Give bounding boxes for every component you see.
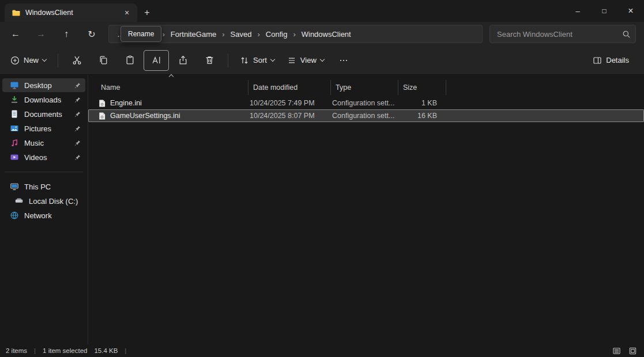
up-button[interactable]: ↑ [54,24,78,44]
chevron-right-icon[interactable] [292,30,296,39]
address-bar[interactable]: … Local FortniteGame Saved Config Window… [108,25,483,43]
sidebar-item-this-pc[interactable]: This PC [2,180,85,193]
sidebar-item-downloads[interactable]: Downloads [2,93,85,107]
refresh-button[interactable]: ↻ [80,24,104,44]
copy-button[interactable] [91,50,116,71]
ellipsis-icon [339,56,348,65]
rename-icon [152,55,161,65]
breadcrumb-config[interactable]: Config [261,28,292,40]
status-divider [34,347,36,354]
breadcrumb-windowsclient[interactable]: WindowsClient [297,28,356,40]
status-divider [125,347,126,354]
desktop-icon [10,81,19,90]
sidebar-item-label: Music [24,139,44,147]
sidebar-item-videos[interactable]: Videos [2,150,85,164]
forward-button[interactable]: → [29,24,53,44]
view-button-label: View [300,56,317,64]
rename-button[interactable] [144,50,169,71]
details-pane-label: Details [606,56,629,64]
sidebar-item-label: Documents [24,110,62,119]
content-area: Desktop Downloads Documents Pictures Mus [0,75,644,344]
sidebar-item-network[interactable]: Network [2,208,85,222]
sort-icon [240,56,249,65]
back-button[interactable]: ← [3,24,28,44]
paste-button[interactable] [117,50,142,71]
details-pane-icon [593,56,602,65]
status-bar: 2 items 1 item selected 15.4 KB [0,344,644,357]
sidebar-item-pictures[interactable]: Pictures [2,121,85,135]
window-controls: – □ × [564,0,644,22]
new-button[interactable]: New [5,50,52,71]
details-pane-button[interactable]: Details [587,50,635,71]
toolbar-divider [58,54,58,67]
trash-icon [205,55,214,65]
pin-icon [74,154,81,161]
new-tab-button[interactable]: + [137,3,157,22]
share-button[interactable] [170,50,195,71]
pin-icon [74,82,81,89]
network-icon [10,211,19,220]
pin-icon [74,97,81,103]
tab-close-button[interactable]: × [121,7,133,18]
maximize-button[interactable]: □ [591,0,617,22]
file-row-gameusersettings-ini[interactable]: GameUserSettings.ini 10/24/2025 8:07 PM … [88,109,644,122]
minimize-button[interactable]: – [564,0,591,22]
sidebar-item-label: Pictures [24,124,51,133]
delete-button[interactable] [197,50,222,71]
sidebar-item-label: Desktop [24,81,52,90]
pin-icon [74,140,81,146]
column-header-name[interactable]: Name [92,80,248,95]
sidebar: Desktop Downloads Documents Pictures Mus [0,75,88,344]
titlebar: WindowsClient × + – □ × [0,0,644,22]
plus-circle-icon [10,56,20,65]
column-headers: Name Date modified Type Size [92,80,446,95]
column-header-type[interactable]: Type [331,80,398,95]
close-button[interactable]: × [617,0,644,22]
pictures-icon [10,124,19,133]
drive-icon [14,196,24,206]
share-icon [178,55,188,65]
more-options-button[interactable] [331,50,356,71]
view-button[interactable]: View [281,50,330,71]
file-size: 1 KB [395,97,443,109]
breadcrumb-fortnitegame[interactable]: FortniteGame [166,28,221,40]
sidebar-item-local-disk-c[interactable]: Local Disk (C:) [2,194,85,208]
large-icons-view-toggle[interactable] [627,345,638,356]
explorer-tab[interactable]: WindowsClient × [5,3,137,22]
column-header-date-modified[interactable]: Date modified [248,80,331,95]
file-explorer-window: WindowsClient × + – □ × ← → ↑ ↻ … Local … [0,0,644,357]
search-icon[interactable] [622,30,631,39]
sidebar-item-label: Videos [24,153,47,162]
sidebar-item-label: Local Disk (C:) [29,197,78,206]
chevron-down-icon [320,56,325,61]
tab-title: WindowsClient [25,9,116,17]
videos-icon [10,153,19,162]
navigation-bar: ← → ↑ ↻ … Local FortniteGame Saved Confi… [0,22,644,46]
file-row-engine-ini[interactable]: Engine.ini 10/24/2025 7:49 PM Configurat… [88,97,644,109]
downloads-icon [10,95,19,104]
chevron-right-icon[interactable] [221,30,225,39]
view-icon [287,56,296,65]
sidebar-item-label: Network [24,211,52,220]
search-input[interactable] [497,30,622,39]
sidebar-item-documents[interactable]: Documents [2,107,85,121]
selection-summary: 1 item selected [43,347,87,354]
chevron-right-icon[interactable] [256,30,261,39]
file-size: 16 KB [395,109,443,122]
ini-file-icon [97,99,106,108]
breadcrumb-saved[interactable]: Saved [226,28,257,40]
paste-icon [125,55,135,65]
file-name: GameUserSettings.ini [110,112,180,120]
sort-button[interactable]: Sort [234,50,280,71]
column-header-size[interactable]: Size [398,80,446,95]
sidebar-item-desktop[interactable]: Desktop [2,78,85,92]
chevron-right-icon[interactable] [161,30,165,39]
ini-file-icon [97,112,106,120]
copy-icon [99,55,108,65]
cut-button[interactable] [64,50,89,71]
this-pc-icon [10,182,19,191]
sidebar-item-music[interactable]: Music [2,136,85,150]
details-view-toggle[interactable] [611,345,622,356]
file-pane: Name Date modified Type Size Engine.ini … [88,75,644,344]
search-box[interactable] [489,25,636,43]
